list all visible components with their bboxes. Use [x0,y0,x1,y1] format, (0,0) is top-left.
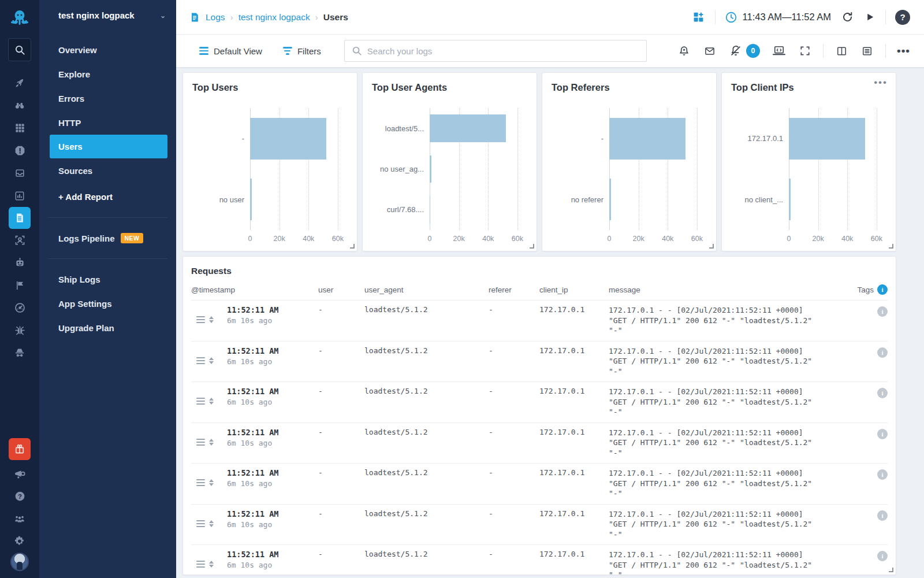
sidebar-item-overview[interactable]: Overview [39,38,176,62]
sidebar-item-app-settings[interactable]: App Settings [39,291,176,316]
column-header-client-ip[interactable]: client_ip [539,286,609,294]
bar-chart-icon[interactable] [8,184,31,207]
row-sort-icon[interactable] [209,479,214,486]
column-header-user[interactable]: user [318,286,364,294]
sidebar-item-explore[interactable]: Explore [39,62,176,86]
sidebar-item-logs-pipeline[interactable]: Logs Pipeline NEW [39,226,176,250]
row-sort-icon[interactable] [209,520,214,527]
view-selector[interactable]: Default View [197,43,264,60]
sidebar-item-upgrade-plan[interactable]: Upgrade Plan [39,316,176,340]
row-info-icon[interactable]: i [877,469,888,480]
breadcrumb-link-app[interactable]: test nginx logpack [239,12,310,23]
card-resize-handle[interactable] [350,244,355,249]
alerts-icon[interactable] [8,139,31,162]
sidebar-nav: Overview Explore Errors HTTP Users Sourc… [39,38,176,183]
live-tail-play-icon[interactable] [864,11,876,23]
column-header-referer[interactable]: referer [489,286,539,294]
refresh-icon[interactable] [840,10,855,24]
filters-button[interactable]: Filters [281,43,323,60]
row-controls [191,395,227,407]
log-shippers-console-icon[interactable] [771,44,787,58]
row-info-icon[interactable]: i [877,429,888,439]
card-resize-handle[interactable] [889,568,893,572]
x-tick-label: 20k [633,235,644,243]
sematext-logo-icon[interactable] [7,6,32,30]
row-info-icon[interactable]: i [877,510,888,521]
dashboard-components-icon[interactable] [691,10,706,24]
tags-info-icon[interactable]: i [877,284,888,295]
column-header-user-agent[interactable]: user_agent [364,286,489,294]
category-label: - [552,108,609,169]
row-info-icon[interactable]: i [877,306,888,317]
table-row[interactable]: 11:52:11 AM 6m 10s ago - loadtest/5.1.2 … [191,381,888,423]
row-menu-icon[interactable] [196,520,205,527]
row-menu-icon[interactable] [196,357,205,364]
sidebar-footer-nav: Ship Logs App Settings Upgrade Plan [39,267,176,340]
table-row[interactable]: 11:52:11 AM 6m 10s ago - loadtest/5.1.2 … [191,544,888,575]
row-sort-icon[interactable] [209,561,214,568]
more-options-button[interactable]: ••• [897,48,910,54]
row-menu-icon[interactable] [196,316,205,323]
user-avatar[interactable] [10,553,29,571]
settings-gear-icon[interactable] [8,530,31,553]
bug-icon[interactable] [8,319,31,342]
row-menu-icon[interactable] [196,439,205,446]
binoculars-icon[interactable] [8,94,31,117]
table-row[interactable]: 11:52:11 AM 6m 10s ago - loadtest/5.1.2 … [191,463,888,504]
card-resize-handle[interactable] [709,244,714,249]
sidebar-item-users[interactable]: Users [50,135,167,158]
incognito-icon[interactable] [8,342,31,364]
flag-icon[interactable] [8,274,31,297]
sidebar-item-sources[interactable]: Sources [39,158,176,183]
row-sort-icon[interactable] [209,439,214,446]
column-header-timestamp[interactable]: @timestamp [191,286,318,294]
rocket-icon[interactable] [8,72,31,94]
sidebar-item-http[interactable]: HTTP [39,110,176,135]
help-icon[interactable]: ? [8,485,31,507]
fullscreen-icon[interactable] [798,44,812,58]
cell-referer: - [489,387,539,417]
rail-search-icon[interactable] [8,38,31,61]
time-range-picker[interactable]: 11:43 AM—11:52 AM [725,11,831,24]
row-menu-icon[interactable] [196,479,205,486]
row-sort-icon[interactable] [209,357,214,364]
card-resize-handle[interactable] [889,244,893,249]
split-view-icon[interactable] [834,45,849,58]
email-report-icon[interactable] [702,45,717,58]
table-row[interactable]: 11:52:11 AM 6m 10s ago - loadtest/5.1.2 … [191,504,888,545]
muted-alerts-count-badge[interactable]: 0 [746,44,760,58]
table-row[interactable]: 11:52:11 AM 6m 10s ago - loadtest/5.1.2 … [191,300,888,341]
logs-icon[interactable] [9,207,31,229]
row-sort-icon[interactable] [209,316,214,323]
row-menu-icon[interactable] [196,398,205,405]
table-row[interactable]: 11:52:11 AM 6m 10s ago - loadtest/5.1.2 … [191,423,888,464]
status-pages-icon[interactable] [8,297,31,319]
add-report-button[interactable]: + Add Report [39,184,176,209]
column-header-message[interactable]: message [609,286,855,294]
breadcrumb-link-logs[interactable]: Logs [206,12,225,23]
user-experience-icon[interactable] [8,229,31,251]
row-info-icon[interactable]: i [877,551,888,561]
card-resize-handle[interactable] [530,244,534,249]
apps-grid-icon[interactable] [8,117,31,139]
search-input[interactable] [367,46,639,56]
sidebar-item-errors[interactable]: Errors [39,86,176,110]
help-button[interactable]: ? [895,10,910,25]
row-info-icon[interactable]: i [877,347,888,358]
app-switcher[interactable]: test nginx logpack ⌄ [39,10,176,20]
team-icon[interactable] [8,507,31,530]
create-alert-bell-icon[interactable] [677,44,691,58]
synthetics-robot-icon[interactable] [8,251,31,274]
gift-rewards-icon[interactable] [9,438,31,460]
table-view-icon[interactable] [860,45,874,58]
card-menu-icon[interactable]: ••• [874,79,888,87]
muted-alerts-icon[interactable] [728,43,743,58]
row-info-icon[interactable]: i [877,388,888,398]
inbox-icon[interactable] [8,162,31,184]
table-row[interactable]: 11:52:11 AM 6m 10s ago - loadtest/5.1.2 … [191,341,888,382]
sidebar-item-ship-logs[interactable]: Ship Logs [39,267,176,291]
row-sort-icon[interactable] [209,398,214,405]
announcements-icon[interactable] [8,462,31,485]
bar [430,155,431,183]
row-menu-icon[interactable] [196,561,205,568]
